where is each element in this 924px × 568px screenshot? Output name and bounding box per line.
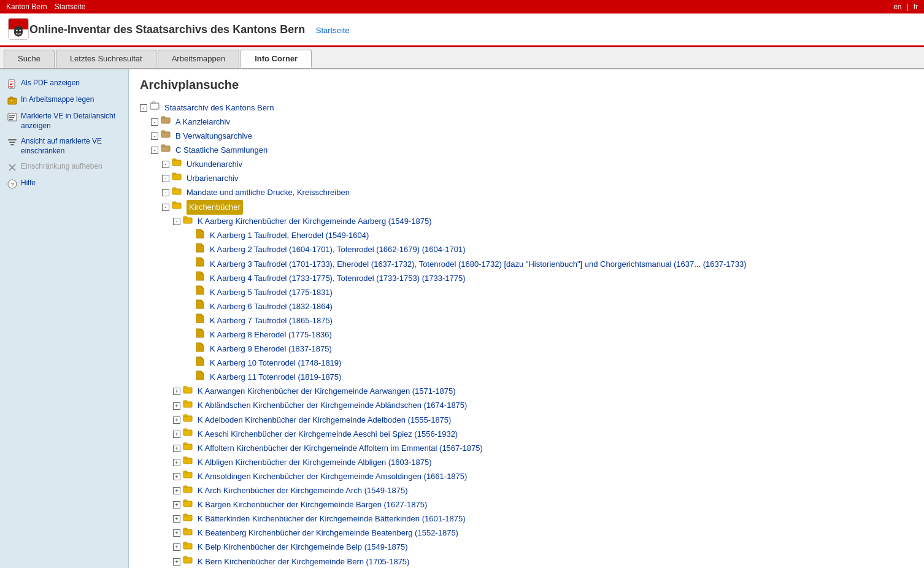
collapse-button[interactable]: - — [151, 132, 158, 140]
collapse-button[interactable]: + — [173, 501, 180, 509]
tab-arbeitsmappen[interactable]: Arbeitsmappen — [158, 50, 239, 68]
lang-fr[interactable]: fr — [914, 2, 918, 11]
sidebar-item-detailansicht[interactable]: Markierte VE in Detailansicht anzeigen — [5, 109, 123, 134]
tree-item-link[interactable]: K Aarberg 2 Taufrodel (1604-1701), Toten… — [210, 243, 466, 256]
tree-item-link[interactable]: K Aarberg 1 Taufrodel, Eherodel (1549-16… — [210, 229, 369, 242]
sidebar-item-pdf[interactable]: PDFAls PDF anzeigen — [5, 75, 123, 92]
tree-item-link[interactable]: K Aarberg 6 Taufrodel (1832-1864) — [210, 300, 333, 313]
tree-item-link[interactable]: K Aarberg Kirchenbücher der Kirchgemeind… — [198, 215, 432, 228]
lang-en[interactable]: en — [893, 2, 901, 11]
kanton-bern-link[interactable]: Kanton Bern — [6, 2, 47, 11]
top-startseite-link[interactable]: Startseite — [55, 2, 86, 11]
collapse-button[interactable]: - — [162, 161, 169, 168]
svg-point-4 — [19, 29, 21, 31]
svg-rect-69 — [183, 401, 187, 402]
tree-item-link[interactable]: K Amsoldingen Kirchenbücher der Kirchgem… — [198, 470, 467, 483]
tree-folder-icon — [183, 427, 193, 441]
tree-item-link[interactable]: Urbarienarchiv — [187, 172, 239, 185]
tree-item: -C Staatliche Sammlungen — [140, 143, 913, 157]
sidebar-item-arbeitsmappe[interactable]: +In Arbeitsmappe legen — [5, 92, 123, 109]
collapse-button[interactable]: + — [173, 388, 180, 395]
tree-item-link[interactable]: K Bern Kirchenbücher der Kirchgemeinde B… — [198, 555, 409, 569]
tree-item: +K Bätterkinden Kirchenbücher der Kirchg… — [140, 512, 913, 526]
svg-marker-52 — [196, 286, 204, 294]
collapse-button[interactable]: + — [173, 558, 180, 566]
svg-marker-47 — [201, 244, 204, 246]
svg-marker-62 — [196, 357, 204, 366]
tree-item: +K Adelboden Kirchenbücher der Kirchgeme… — [140, 413, 913, 427]
collapse-button[interactable]: + — [173, 529, 180, 537]
collapse-button[interactable]: + — [173, 459, 180, 466]
collapse-button[interactable]: - — [173, 218, 180, 225]
collapse-button[interactable]: - — [162, 204, 169, 211]
tree-item-link[interactable]: B Verwaltungsarchive — [175, 129, 252, 143]
tree-item-link[interactable]: C Staatliche Sammlungen — [175, 144, 268, 157]
tree-item-link[interactable]: A Kanzleiarchiv — [175, 115, 230, 129]
svg-rect-9 — [10, 83, 13, 83]
top-bar: Kanton Bern Startseite en | fr — [0, 0, 924, 13]
collapse-button[interactable]: + — [173, 473, 180, 480]
sidebar-item-einschraenken[interactable]: Ansicht auf markierte VE einschränken — [5, 134, 123, 159]
tree-item-link[interactable]: K Bätterkinden Kirchenbücher der Kirchge… — [198, 512, 465, 526]
tree-item-link[interactable]: K Aarberg 9 Eherodel (1837-1875) — [210, 342, 332, 356]
collapse-button[interactable]: - — [162, 175, 169, 182]
svg-rect-8 — [10, 82, 13, 82]
tree-item-link[interactable]: K Aarberg 8 Eherodel (1775-1836) — [210, 328, 332, 342]
cancel-icon — [7, 163, 17, 172]
tree-item: -Kirchenbücher — [140, 200, 913, 215]
header-title: Online-Inventar des Staatsarchivs des Ka… — [29, 23, 305, 36]
detail-icon — [7, 112, 17, 122]
svg-rect-21 — [10, 144, 14, 145]
collapse-button[interactable]: + — [173, 445, 180, 452]
page-title: Archivplansuche — [140, 78, 913, 92]
tree-item-link[interactable]: K Aarberg 3 Taufrodel (1701-1733), Ehero… — [210, 258, 747, 271]
tree-item-link[interactable]: Staatsarchiv des Kantons Bern — [164, 101, 274, 115]
collapse-button[interactable]: - — [162, 189, 169, 196]
tree-folder-icon — [172, 171, 182, 185]
tree-item-link[interactable]: K Aarberg 4 Taufrodel (1733-1775), Toten… — [210, 272, 466, 285]
tree-folder-icon — [161, 129, 171, 143]
collapse-button[interactable]: - — [151, 118, 158, 126]
sidebar-item-label-hilfe: Hilfe — [21, 178, 36, 188]
collapse-button[interactable]: - — [151, 147, 158, 154]
tree-item-link[interactable]: K Bargen Kirchenbücher der Kirchgemeinde… — [198, 498, 427, 512]
tree-item: +K Aarwangen Kirchenbücher der Kirchgeme… — [140, 385, 913, 399]
collapse-button[interactable]: - — [140, 104, 147, 112]
tab-letztes[interactable]: Letztes Suchresultat — [56, 50, 156, 68]
collapse-button[interactable]: + — [173, 543, 180, 551]
tree-item-link[interactable]: K Albligen Kirchenbücher der Kirchgemein… — [198, 456, 432, 469]
tree-item-link[interactable]: Mandate und amtliche Drucke, Kreisschrei… — [187, 186, 350, 199]
collapse-button[interactable]: + — [173, 416, 180, 424]
tab-info[interactable]: Info Corner — [241, 50, 312, 68]
tree-folder-icon — [195, 285, 205, 299]
lang-separator: | — [907, 2, 909, 11]
tree-item-link[interactable]: K Aarwangen Kirchenbücher der Kirchgemei… — [198, 385, 456, 398]
tree-item: +K Affoltern Kirchenbücher der Kirchgeme… — [140, 441, 913, 455]
tree-item-link[interactable]: K Belp Kirchenbücher der Kirchgemeinde B… — [198, 540, 408, 554]
svg-rect-41 — [172, 202, 176, 204]
tree-item-link[interactable]: K Adelboden Kirchenbücher der Kirchgemei… — [198, 413, 451, 427]
tree-item-link[interactable]: K Affoltern Kirchenbücher der Kirchgemei… — [198, 442, 483, 455]
sidebar-item-hilfe[interactable]: ?Hilfe — [5, 175, 123, 192]
tree-item-link[interactable]: K Abländschen Kirchenbücher der Kirchgem… — [198, 399, 467, 412]
tree-item: K Aarberg 3 Taufrodel (1701-1733), Ehero… — [140, 257, 913, 271]
tree-item: K Aarberg 10 Totenrodel (1748-1819) — [140, 356, 913, 370]
tree-item-link[interactable]: K Aarberg 7 Taufrodel (1865-1875) — [210, 314, 333, 328]
tree-item: K Aarberg 4 Taufrodel (1733-1775), Toten… — [140, 271, 913, 285]
tree-item-link[interactable]: K Aeschi Kirchenbücher der Kirchgemeinde… — [198, 428, 458, 441]
tree-item-link[interactable]: K Beatenberg Kirchenbücher der Kirchgeme… — [198, 526, 458, 540]
tree-item-link[interactable]: Urkundenarchiv — [187, 158, 242, 171]
collapse-button[interactable]: + — [173, 402, 180, 410]
collapse-button[interactable]: + — [173, 431, 180, 438]
tree-folder-icon — [183, 399, 193, 413]
sidebar-item-label-pdf: Als PDF anzeigen — [21, 79, 80, 88]
tree-item-link[interactable]: K Aarberg 5 Taufrodel (1775-1831) — [210, 286, 333, 299]
collapse-button[interactable]: + — [173, 515, 180, 523]
tree-item-link[interactable]: K Arch Kirchenbücher der Kirchgemeinde A… — [198, 484, 408, 497]
tree-item-link[interactable]: K Aarberg 11 Totenrodel (1819-1875) — [210, 370, 341, 384]
tree-item-link[interactable]: K Aarberg 10 Totenrodel (1748-1819) — [210, 356, 341, 370]
language-group: en | fr — [893, 2, 918, 11]
collapse-button[interactable]: + — [173, 487, 180, 494]
header-startseite-link[interactable]: Startseite — [316, 26, 350, 35]
tab-suche[interactable]: Suche — [4, 50, 55, 68]
